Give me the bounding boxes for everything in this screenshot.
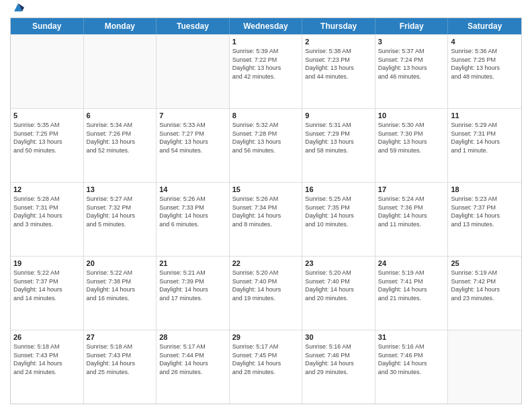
calendar-day: 16Sunrise: 5:25 AM Sunset: 7:35 PM Dayli… xyxy=(302,183,375,256)
day-number: 17 xyxy=(378,185,445,194)
calendar-day: 29Sunrise: 5:17 AM Sunset: 7:45 PM Dayli… xyxy=(230,330,303,404)
day-number: 21 xyxy=(159,259,226,268)
calendar-day: 21Sunrise: 5:21 AM Sunset: 7:39 PM Dayli… xyxy=(157,257,230,330)
header xyxy=(10,7,522,13)
calendar-row: 12Sunrise: 5:28 AM Sunset: 7:31 PM Dayli… xyxy=(11,182,521,256)
day-info: Sunrise: 5:16 AM Sunset: 7:46 PM Dayligh… xyxy=(305,342,372,376)
day-info: Sunrise: 5:32 AM Sunset: 7:28 PM Dayligh… xyxy=(232,121,300,154)
day-number: 7 xyxy=(159,111,226,120)
day-info: Sunrise: 5:23 AM Sunset: 7:37 PM Dayligh… xyxy=(451,195,519,228)
calendar-row: 26Sunrise: 5:18 AM Sunset: 7:43 PM Dayli… xyxy=(11,330,521,404)
day-info: Sunrise: 5:18 AM Sunset: 7:43 PM Dayligh… xyxy=(87,342,154,376)
day-info: Sunrise: 5:21 AM Sunset: 7:39 PM Dayligh… xyxy=(159,269,226,302)
calendar-day: 14Sunrise: 5:26 AM Sunset: 7:33 PM Dayli… xyxy=(157,183,230,256)
day-number: 10 xyxy=(378,111,445,120)
day-info: Sunrise: 5:22 AM Sunset: 7:37 PM Dayligh… xyxy=(13,269,81,302)
day-info: Sunrise: 5:20 AM Sunset: 7:40 PM Dayligh… xyxy=(305,269,372,302)
weekday-header: Tuesday xyxy=(157,18,230,34)
day-number: 28 xyxy=(159,332,226,342)
day-number: 3 xyxy=(378,37,445,46)
day-info: Sunrise: 5:22 AM Sunset: 7:38 PM Dayligh… xyxy=(87,269,154,302)
calendar-day: 20Sunrise: 5:22 AM Sunset: 7:38 PM Dayli… xyxy=(84,257,157,330)
calendar-day: 22Sunrise: 5:20 AM Sunset: 7:40 PM Dayli… xyxy=(230,257,303,330)
calendar-day: 1Sunrise: 5:39 AM Sunset: 7:22 PM Daylig… xyxy=(230,35,303,108)
day-number: 26 xyxy=(13,332,81,342)
calendar-day: 25Sunrise: 5:19 AM Sunset: 7:42 PM Dayli… xyxy=(448,257,521,330)
day-number: 29 xyxy=(232,332,300,342)
calendar-header: SundayMondayTuesdayWednesdayThursdayFrid… xyxy=(11,18,521,34)
day-number: 14 xyxy=(159,185,226,194)
day-info: Sunrise: 5:33 AM Sunset: 7:27 PM Dayligh… xyxy=(159,121,226,154)
calendar-row: 1Sunrise: 5:39 AM Sunset: 7:22 PM Daylig… xyxy=(11,34,521,108)
calendar-day: 8Sunrise: 5:32 AM Sunset: 7:28 PM Daylig… xyxy=(230,109,303,182)
calendar-day: 15Sunrise: 5:26 AM Sunset: 7:34 PM Dayli… xyxy=(230,183,303,256)
weekday-header: Wednesday xyxy=(230,18,303,34)
calendar-day: 4Sunrise: 5:36 AM Sunset: 7:25 PM Daylig… xyxy=(448,35,521,108)
day-info: Sunrise: 5:30 AM Sunset: 7:30 PM Dayligh… xyxy=(378,121,445,154)
calendar-day: 9Sunrise: 5:31 AM Sunset: 7:29 PM Daylig… xyxy=(302,109,375,182)
calendar-day: 11Sunrise: 5:29 AM Sunset: 7:31 PM Dayli… xyxy=(448,109,521,182)
day-number: 2 xyxy=(305,37,372,46)
weekday-header: Thursday xyxy=(302,18,375,34)
calendar-day: 12Sunrise: 5:28 AM Sunset: 7:31 PM Dayli… xyxy=(11,183,84,256)
calendar-row: 19Sunrise: 5:22 AM Sunset: 7:37 PM Dayli… xyxy=(11,256,521,330)
day-number: 24 xyxy=(378,259,445,268)
day-info: Sunrise: 5:34 AM Sunset: 7:26 PM Dayligh… xyxy=(87,121,154,154)
day-info: Sunrise: 5:19 AM Sunset: 7:42 PM Dayligh… xyxy=(451,269,519,302)
day-info: Sunrise: 5:26 AM Sunset: 7:34 PM Dayligh… xyxy=(232,195,300,228)
day-number: 13 xyxy=(87,185,154,194)
day-number: 15 xyxy=(232,185,300,194)
calendar-day: 18Sunrise: 5:23 AM Sunset: 7:37 PM Dayli… xyxy=(448,183,521,256)
day-info: Sunrise: 5:35 AM Sunset: 7:25 PM Dayligh… xyxy=(13,121,81,154)
day-info: Sunrise: 5:36 AM Sunset: 7:25 PM Dayligh… xyxy=(451,47,519,81)
day-number: 22 xyxy=(232,259,300,268)
calendar-empty xyxy=(84,35,157,108)
day-number: 19 xyxy=(13,259,81,268)
day-info: Sunrise: 5:39 AM Sunset: 7:22 PM Dayligh… xyxy=(232,47,300,81)
day-number: 31 xyxy=(378,332,445,342)
calendar-empty xyxy=(157,35,230,108)
day-info: Sunrise: 5:28 AM Sunset: 7:31 PM Dayligh… xyxy=(13,195,81,228)
calendar-day: 23Sunrise: 5:20 AM Sunset: 7:40 PM Dayli… xyxy=(302,257,375,330)
day-info: Sunrise: 5:38 AM Sunset: 7:23 PM Dayligh… xyxy=(305,47,372,81)
day-info: Sunrise: 5:16 AM Sunset: 7:46 PM Dayligh… xyxy=(378,342,445,376)
logo xyxy=(10,7,24,13)
calendar-day: 5Sunrise: 5:35 AM Sunset: 7:25 PM Daylig… xyxy=(11,109,84,182)
calendar-day: 2Sunrise: 5:38 AM Sunset: 7:23 PM Daylig… xyxy=(302,35,375,108)
calendar-day: 31Sunrise: 5:16 AM Sunset: 7:46 PM Dayli… xyxy=(375,330,449,404)
calendar-empty xyxy=(11,35,84,108)
calendar-day: 28Sunrise: 5:17 AM Sunset: 7:44 PM Dayli… xyxy=(157,330,230,404)
calendar-day: 10Sunrise: 5:30 AM Sunset: 7:30 PM Dayli… xyxy=(375,109,449,182)
day-number: 4 xyxy=(451,37,519,46)
day-number: 12 xyxy=(13,185,81,194)
day-number: 5 xyxy=(13,111,81,120)
day-info: Sunrise: 5:19 AM Sunset: 7:41 PM Dayligh… xyxy=(378,269,445,302)
calendar-row: 5Sunrise: 5:35 AM Sunset: 7:25 PM Daylig… xyxy=(11,108,521,182)
day-info: Sunrise: 5:27 AM Sunset: 7:32 PM Dayligh… xyxy=(87,195,154,228)
weekday-header: Monday xyxy=(84,18,157,34)
day-number: 16 xyxy=(305,185,372,194)
weekday-header: Saturday xyxy=(448,18,521,34)
day-number: 9 xyxy=(305,111,372,120)
day-info: Sunrise: 5:26 AM Sunset: 7:33 PM Dayligh… xyxy=(159,195,226,228)
day-number: 1 xyxy=(232,37,300,46)
calendar-day: 27Sunrise: 5:18 AM Sunset: 7:43 PM Dayli… xyxy=(84,330,157,404)
calendar-day: 7Sunrise: 5:33 AM Sunset: 7:27 PM Daylig… xyxy=(157,109,230,182)
calendar-day: 30Sunrise: 5:16 AM Sunset: 7:46 PM Dayli… xyxy=(302,330,375,404)
calendar: SundayMondayTuesdayWednesdayThursdayFrid… xyxy=(10,17,522,404)
calendar-day: 24Sunrise: 5:19 AM Sunset: 7:41 PM Dayli… xyxy=(375,257,449,330)
day-info: Sunrise: 5:37 AM Sunset: 7:24 PM Dayligh… xyxy=(378,47,445,81)
calendar-day: 26Sunrise: 5:18 AM Sunset: 7:43 PM Dayli… xyxy=(11,330,84,404)
day-info: Sunrise: 5:17 AM Sunset: 7:45 PM Dayligh… xyxy=(232,342,300,376)
calendar-day: 13Sunrise: 5:27 AM Sunset: 7:32 PM Dayli… xyxy=(84,183,157,256)
day-info: Sunrise: 5:17 AM Sunset: 7:44 PM Dayligh… xyxy=(159,342,226,376)
calendar-day: 3Sunrise: 5:37 AM Sunset: 7:24 PM Daylig… xyxy=(375,35,449,108)
weekday-header: Sunday xyxy=(11,18,84,34)
day-number: 27 xyxy=(87,332,154,342)
calendar-day: 19Sunrise: 5:22 AM Sunset: 7:37 PM Dayli… xyxy=(11,257,84,330)
calendar-day: 17Sunrise: 5:24 AM Sunset: 7:36 PM Dayli… xyxy=(375,183,449,256)
day-number: 6 xyxy=(87,111,154,120)
day-info: Sunrise: 5:20 AM Sunset: 7:40 PM Dayligh… xyxy=(232,269,300,302)
day-info: Sunrise: 5:25 AM Sunset: 7:35 PM Dayligh… xyxy=(305,195,372,228)
logo-icon xyxy=(12,1,24,13)
